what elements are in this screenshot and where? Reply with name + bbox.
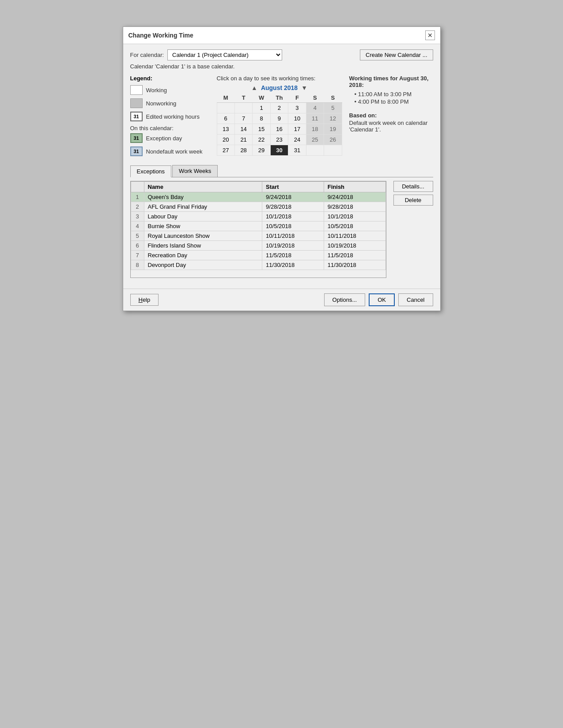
exceptions-table-container: Name Start Finish 1Queen's Bday9/24/2018… bbox=[130, 181, 386, 278]
exception-row[interactable]: 8Devonport Day11/30/201811/30/2018 bbox=[131, 260, 385, 270]
calendar-day[interactable]: 26 bbox=[324, 135, 342, 145]
exception-name: Labour Day bbox=[144, 212, 262, 221]
calendar-day[interactable]: 1 bbox=[253, 103, 270, 113]
details-button[interactable]: Details... bbox=[393, 181, 433, 192]
exceptions-scroll-area[interactable]: Name Start Finish 1Queen's Bday9/24/2018… bbox=[131, 181, 386, 278]
exception-row-num: 3 bbox=[131, 212, 144, 221]
exception-start: 10/19/2018 bbox=[262, 241, 324, 251]
calendar-day[interactable]: 16 bbox=[270, 124, 288, 135]
calendar-day[interactable]: 2 bbox=[270, 103, 288, 113]
calendar-day[interactable]: 25 bbox=[306, 135, 324, 145]
exception-row[interactable]: 7Recreation Day11/5/201811/5/2018 bbox=[131, 251, 385, 260]
calendar-day[interactable]: 11 bbox=[306, 113, 324, 124]
calendar-day[interactable]: 27 bbox=[217, 145, 234, 156]
calendar-day[interactable]: 5 bbox=[324, 103, 342, 113]
exception-row[interactable]: 3Labour Day10/1/201810/1/2018 bbox=[131, 212, 385, 221]
calendar-day[interactable]: 13 bbox=[217, 124, 234, 135]
calendar-week-row: 2728293031 bbox=[217, 145, 342, 156]
calendar-day[interactable]: 23 bbox=[270, 135, 288, 145]
calendar-day[interactable] bbox=[217, 103, 234, 113]
tab-work-weeks[interactable]: Work Weeks bbox=[172, 165, 218, 177]
calendar-day[interactable] bbox=[324, 145, 342, 156]
exception-start: 10/1/2018 bbox=[262, 212, 324, 221]
calendar-day[interactable]: 17 bbox=[288, 124, 306, 135]
help-button[interactable]: Help bbox=[130, 294, 159, 306]
calendar-day[interactable]: 28 bbox=[234, 145, 252, 156]
dialog-title: Change Working Time bbox=[128, 32, 193, 39]
cal-header-sun: S bbox=[324, 93, 342, 103]
create-new-calendar-button[interactable]: Create New Calendar ... bbox=[360, 49, 433, 60]
exception-name: Flinders Island Show bbox=[144, 241, 262, 251]
exception-row[interactable]: 1Queen's Bday9/24/20189/24/2018 bbox=[131, 192, 385, 202]
calendar-day[interactable]: 7 bbox=[234, 113, 252, 124]
calendar-day[interactable]: 30 bbox=[270, 145, 288, 156]
calendar-prev-button[interactable]: ▲ bbox=[251, 84, 257, 91]
tabs-row: Exceptions Work Weeks bbox=[130, 165, 433, 177]
exc-col-finish: Finish bbox=[324, 182, 385, 192]
working-time-2: • 4:00 PM to 8:00 PM bbox=[355, 98, 433, 105]
calendar-day[interactable]: 14 bbox=[234, 124, 252, 135]
calendar-day[interactable]: 8 bbox=[253, 113, 270, 124]
exception-name: Recreation Day bbox=[144, 251, 262, 260]
working-time-1: • 11:00 AM to 3:00 PM bbox=[355, 91, 433, 98]
dialog-footer: Help Options... OK Cancel bbox=[123, 289, 440, 311]
calendar-day[interactable]: 12 bbox=[324, 113, 342, 124]
cal-header-fri: F bbox=[288, 93, 306, 103]
footer-right: Options... OK Cancel bbox=[324, 293, 433, 306]
exceptions-header-row: Name Start Finish bbox=[131, 182, 385, 192]
delete-button[interactable]: Delete bbox=[393, 195, 433, 206]
exception-name: AFL Grand Final Friday bbox=[144, 202, 262, 212]
cancel-button[interactable]: Cancel bbox=[398, 293, 433, 306]
calendar-nav: ▲ August 2018 ▼ bbox=[217, 84, 342, 91]
tab-exceptions[interactable]: Exceptions bbox=[130, 165, 172, 177]
exception-finish: 10/5/2018 bbox=[324, 221, 385, 231]
exception-finish: 11/5/2018 bbox=[324, 251, 385, 260]
exception-finish: 10/11/2018 bbox=[324, 231, 385, 241]
calendar-day[interactable]: 4 bbox=[306, 103, 324, 113]
exception-row[interactable]: 6Flinders Island Show10/19/201810/19/201… bbox=[131, 241, 385, 251]
legend-exception-box: 31 bbox=[130, 133, 143, 143]
side-buttons: Details... Delete bbox=[393, 181, 433, 283]
legend-nonworking: Nonworking bbox=[130, 98, 210, 108]
exception-finish: 10/19/2018 bbox=[324, 241, 385, 251]
exceptions-table: Name Start Finish 1Queen's Bday9/24/2018… bbox=[131, 181, 386, 270]
calendar-day[interactable]: 31 bbox=[288, 145, 306, 156]
calendar-day[interactable]: 9 bbox=[270, 113, 288, 124]
calendar-day[interactable]: 20 bbox=[217, 135, 234, 145]
legend-nondefault: 31 Nondefault work week bbox=[130, 146, 210, 156]
calendar-day[interactable]: 19 bbox=[324, 124, 342, 135]
exception-name: Queen's Bday bbox=[144, 192, 262, 202]
calendar-day[interactable]: 3 bbox=[288, 103, 306, 113]
calendar-day[interactable] bbox=[306, 145, 324, 156]
calendar-next-button[interactable]: ▼ bbox=[301, 84, 307, 91]
calendar-header-row: M T W Th F S S bbox=[217, 93, 342, 103]
calendar-day[interactable]: 22 bbox=[253, 135, 270, 145]
cal-header-tue: T bbox=[234, 93, 252, 103]
calendar-day[interactable]: 10 bbox=[288, 113, 306, 124]
exception-start: 11/30/2018 bbox=[262, 260, 324, 270]
title-bar: Change Working Time ✕ bbox=[123, 27, 440, 44]
calendar-day[interactable]: 15 bbox=[253, 124, 270, 135]
calendar-day[interactable]: 24 bbox=[288, 135, 306, 145]
exception-row[interactable]: 2AFL Grand Final Friday9/28/20189/28/201… bbox=[131, 202, 385, 212]
calendar-day[interactable]: 6 bbox=[217, 113, 234, 124]
ok-button[interactable]: OK bbox=[369, 293, 395, 306]
calendar-day[interactable]: 29 bbox=[253, 145, 270, 156]
based-on-text: Default work week on calendar 'Calendar … bbox=[349, 120, 433, 133]
exception-row-num: 2 bbox=[131, 202, 144, 212]
calendar-day[interactable]: 18 bbox=[306, 124, 324, 135]
close-button[interactable]: ✕ bbox=[425, 30, 435, 40]
exception-row[interactable]: 5Royal Launceston Show10/11/201810/11/20… bbox=[131, 231, 385, 241]
based-on-section: Based on: Default work week on calendar … bbox=[349, 112, 433, 133]
legend-working-label: Working bbox=[146, 87, 167, 94]
calendar-week-row: 20212223242526 bbox=[217, 135, 342, 145]
cal-header-sat: S bbox=[306, 93, 324, 103]
calendar-day[interactable] bbox=[234, 103, 252, 113]
legend-edited: 31 Edited working hours bbox=[130, 112, 210, 121]
exception-row[interactable]: 4Burnie Show10/5/201810/5/2018 bbox=[131, 221, 385, 231]
calendar-select[interactable]: Calendar 1 (Project Calendar) bbox=[167, 49, 282, 60]
options-button[interactable]: Options... bbox=[324, 293, 366, 306]
calendar-day[interactable]: 21 bbox=[234, 135, 252, 145]
exception-row-num: 5 bbox=[131, 231, 144, 241]
exception-row-num: 8 bbox=[131, 260, 144, 270]
